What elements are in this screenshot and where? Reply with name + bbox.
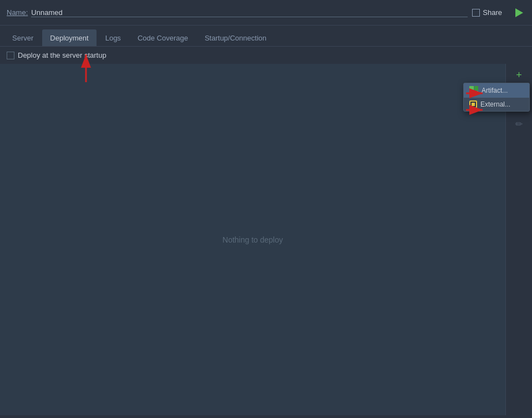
edit-button[interactable]: ✏ [510, 116, 528, 132]
external-icon [469, 100, 477, 108]
main-area: Nothing to deploy + Artifact... External… [0, 64, 532, 415]
right-toolbar: + Artifact... External... ▼ ✏ [505, 64, 532, 415]
tab-startup-connection[interactable]: Startup/Connection [197, 29, 274, 46]
name-label: Name: [7, 8, 28, 17]
deploy-startup-label: Deploy at the server startup [18, 51, 107, 59]
share-checkbox-icon [472, 9, 480, 17]
external-label: External... [480, 100, 510, 108]
artifact-label: Artifact... [482, 87, 508, 94]
header-right: Share [468, 7, 525, 19]
tab-code-coverage[interactable]: Code Coverage [130, 29, 196, 46]
tabs-bar: Server Deployment Logs Code Coverage Sta… [0, 26, 532, 47]
header-bar: Name: Unnamed Share [0, 0, 532, 26]
artifact-icon [469, 86, 478, 95]
dropdown-item-artifact[interactable]: Artifact... [464, 83, 529, 98]
add-dropdown-menu: Artifact... External... [463, 83, 530, 112]
name-value: Unnamed [31, 8, 468, 17]
tab-logs[interactable]: Logs [98, 29, 129, 46]
edit-icon: ✏ [515, 119, 523, 129]
add-icon: + [516, 69, 522, 81]
share-button[interactable]: Share [468, 7, 506, 18]
deploy-panel: Nothing to deploy [0, 64, 505, 415]
deploy-option-row: Deploy at the server startup [0, 47, 532, 64]
tab-server[interactable]: Server [4, 29, 41, 46]
share-label: Share [483, 8, 502, 17]
tab-deployment[interactable]: Deployment [42, 29, 96, 46]
run-button[interactable] [513, 7, 525, 19]
empty-message: Nothing to deploy [222, 235, 283, 244]
deploy-startup-checkbox[interactable] [7, 52, 14, 59]
add-button[interactable]: + [510, 67, 528, 83]
run-icon [515, 8, 523, 17]
dropdown-item-external[interactable]: External... [464, 98, 529, 111]
